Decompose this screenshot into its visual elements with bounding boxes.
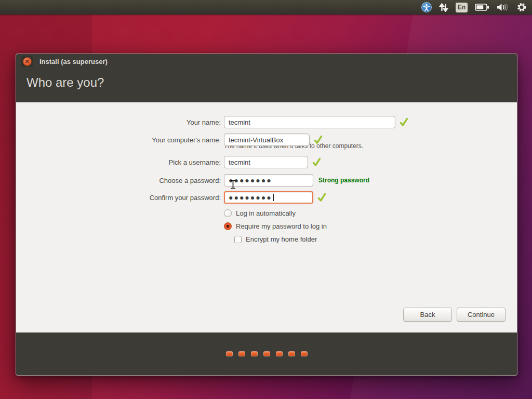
hostname-value: tecmint-VirtualBox <box>229 136 283 144</box>
progress-dot <box>288 351 295 356</box>
field-row-name: Your name: tecmint <box>16 116 517 128</box>
option-label: Encrypt my home folder <box>246 235 317 243</box>
keyboard-layout-arrows-icon[interactable] <box>439 1 448 14</box>
form-area: Your name: tecmint Your computer's name:… <box>16 102 517 332</box>
password-input[interactable]: ●●●●●●●● <box>224 174 313 187</box>
progress-dot <box>276 351 283 356</box>
volume-icon[interactable] <box>497 1 509 14</box>
radio-unselected-icon[interactable] <box>224 209 232 217</box>
language-indicator-label: En <box>456 3 468 12</box>
back-button[interactable]: Back <box>403 308 452 322</box>
battery-icon[interactable] <box>475 1 489 14</box>
username-value: tecmint <box>229 158 250 166</box>
hostname-input[interactable]: tecmint-VirtualBox <box>224 134 310 146</box>
checkbox-unchecked-icon[interactable] <box>234 236 242 243</box>
progress-dot <box>226 351 233 356</box>
ibeam-cursor <box>230 180 236 191</box>
text-caret <box>273 194 274 201</box>
option-label: Require my password to log in <box>236 222 327 230</box>
name-input[interactable]: tecmint <box>224 116 395 128</box>
window-footer <box>16 332 517 375</box>
field-row-confirm-password: Confirm your password: ●●●●●●●● <box>16 191 517 204</box>
radio-selected-icon[interactable] <box>224 222 232 230</box>
valid-check-icon <box>312 158 321 167</box>
session-gear-icon[interactable] <box>516 1 527 14</box>
valid-check-icon <box>400 118 408 127</box>
username-label: Pick a username: <box>16 158 221 166</box>
name-value: tecmint <box>229 118 250 126</box>
window-header: ✕ Install (as superuser) Who are you? <box>16 54 517 102</box>
navigation-buttons: Back Continue <box>403 308 506 322</box>
accessibility-icon[interactable] <box>421 1 432 14</box>
option-login-automatically[interactable]: Log in automatically <box>224 209 517 217</box>
field-row-password: Choose a password: ●●●●●●●● Strong passw… <box>16 174 517 187</box>
page-title: Who are you? <box>16 75 517 90</box>
option-require-password[interactable]: Require my password to log in <box>224 222 517 230</box>
progress-dot <box>263 351 270 356</box>
login-options: Log in automatically Require my password… <box>224 209 517 243</box>
language-indicator[interactable]: En <box>456 1 468 14</box>
top-panel: En <box>0 0 532 15</box>
confirm-password-masked-value: ●●●●●●●● <box>229 194 272 201</box>
username-input[interactable]: tecmint <box>224 156 308 168</box>
installer-window: ✕ Install (as superuser) Who are you? Yo… <box>16 54 517 376</box>
confirm-password-input[interactable]: ●●●●●●●● <box>224 191 313 204</box>
close-button[interactable]: ✕ <box>21 56 33 67</box>
field-row-username: Pick a username: tecmint <box>16 156 517 168</box>
continue-button[interactable]: Continue <box>457 308 506 322</box>
confirm-password-label: Confirm your password: <box>16 194 221 202</box>
progress-dot <box>251 351 258 356</box>
progress-dots <box>226 351 308 356</box>
valid-check-icon <box>317 193 326 202</box>
progress-dot <box>238 351 245 356</box>
option-encrypt-home[interactable]: Encrypt my home folder <box>234 235 517 243</box>
titlebar[interactable]: ✕ Install (as superuser) <box>16 54 517 69</box>
option-label: Log in automatically <box>236 209 296 217</box>
name-label: Your name: <box>16 118 221 126</box>
progress-dot <box>301 351 308 356</box>
close-icon: ✕ <box>23 57 32 66</box>
password-label: Choose a password: <box>16 177 221 184</box>
window-title: Install (as superuser) <box>39 58 108 65</box>
password-strength-badge: Strong password <box>318 177 369 184</box>
